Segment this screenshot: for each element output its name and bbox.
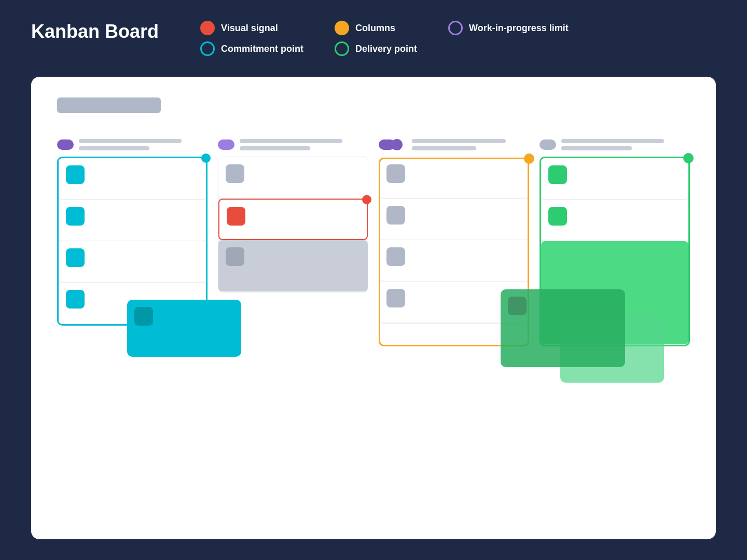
card-2-ghost-icon xyxy=(226,247,244,266)
card-1-4-icon xyxy=(66,290,85,309)
col4-line2 xyxy=(561,146,632,150)
delivery-icon xyxy=(335,41,349,56)
col3-header xyxy=(379,139,529,150)
card-4-1-icon xyxy=(548,165,567,184)
board-title-bar xyxy=(57,97,161,113)
card-3-2-icon xyxy=(386,206,405,225)
card-3-4-icon xyxy=(386,289,405,307)
commitment-point-dot xyxy=(201,153,211,163)
kanban-board xyxy=(31,77,716,539)
col2-body xyxy=(218,157,368,292)
col4-badge xyxy=(540,139,556,150)
legend-item-delivery: Delivery point xyxy=(335,41,417,56)
card-2-1[interactable] xyxy=(218,157,368,199)
col2-header xyxy=(218,139,368,150)
card-3-3[interactable] xyxy=(379,240,529,282)
card-2-red[interactable] xyxy=(218,199,368,240)
delivery-point-dot xyxy=(683,153,694,163)
col3-line1 xyxy=(412,139,506,143)
page-header: Kanban Board Visual signal Columns Work-… xyxy=(31,21,716,56)
card-3-3-icon xyxy=(386,247,405,266)
card-1-1[interactable] xyxy=(59,158,206,200)
visual-signal-dot xyxy=(362,195,371,204)
col1-line1 xyxy=(79,139,182,143)
col3-badge-1 xyxy=(379,139,395,150)
col4-title xyxy=(561,139,690,150)
wip-icon xyxy=(448,21,463,35)
card-1-2-icon xyxy=(66,207,85,226)
col1-header xyxy=(57,139,208,150)
delivery-overlay-card xyxy=(501,289,625,367)
dragging-card[interactable] xyxy=(127,300,241,357)
col3-line2 xyxy=(412,146,476,150)
col3-badges xyxy=(379,139,403,150)
col4-line1 xyxy=(561,139,664,143)
col4-header xyxy=(540,139,690,150)
card-4-1[interactable] xyxy=(541,158,688,200)
wip-dot xyxy=(524,153,534,164)
card-3-2[interactable] xyxy=(379,199,529,240)
card-3-1-icon xyxy=(386,164,405,183)
delivery-overlay-icon xyxy=(508,297,527,315)
page-title: Kanban Board xyxy=(31,21,159,43)
card-1-3[interactable] xyxy=(59,241,206,283)
card-2-red-icon xyxy=(227,207,245,226)
card-2-1-icon xyxy=(226,164,244,183)
col1-badge xyxy=(57,139,74,150)
card-1-2[interactable] xyxy=(59,200,206,241)
commitment-label: Commitment point xyxy=(221,44,303,54)
columns-label: Columns xyxy=(355,23,395,34)
col2-line2 xyxy=(240,146,310,150)
col2-line1 xyxy=(240,139,342,143)
card-1-3-icon xyxy=(66,248,85,267)
commitment-icon xyxy=(200,41,215,56)
wip-label: Work-in-progress limit xyxy=(469,23,569,34)
card-3-1[interactable] xyxy=(379,157,529,199)
col1-title xyxy=(79,139,208,150)
visual-signal-icon xyxy=(200,21,215,35)
columns-icon xyxy=(335,21,349,35)
card-1-1-icon xyxy=(66,165,85,184)
col2-title xyxy=(240,139,368,150)
card-2-ghost xyxy=(218,240,368,292)
legend-item-commitment: Commitment point xyxy=(200,41,303,56)
legend-item-visual-signal: Visual signal xyxy=(200,21,303,35)
col1-line2 xyxy=(79,146,149,150)
card-4-2[interactable] xyxy=(541,200,688,241)
card-4-2-icon xyxy=(548,207,567,226)
legend-item-columns: Columns xyxy=(335,21,417,35)
legend: Visual signal Columns Work-in-progress l… xyxy=(200,21,569,56)
legend-item-wip: Work-in-progress limit xyxy=(448,21,569,35)
delivery-label: Delivery point xyxy=(355,44,417,54)
dragging-card-icon xyxy=(134,307,153,326)
col2-badge xyxy=(218,139,234,150)
col3-title xyxy=(412,139,529,150)
visual-signal-label: Visual signal xyxy=(221,23,278,34)
